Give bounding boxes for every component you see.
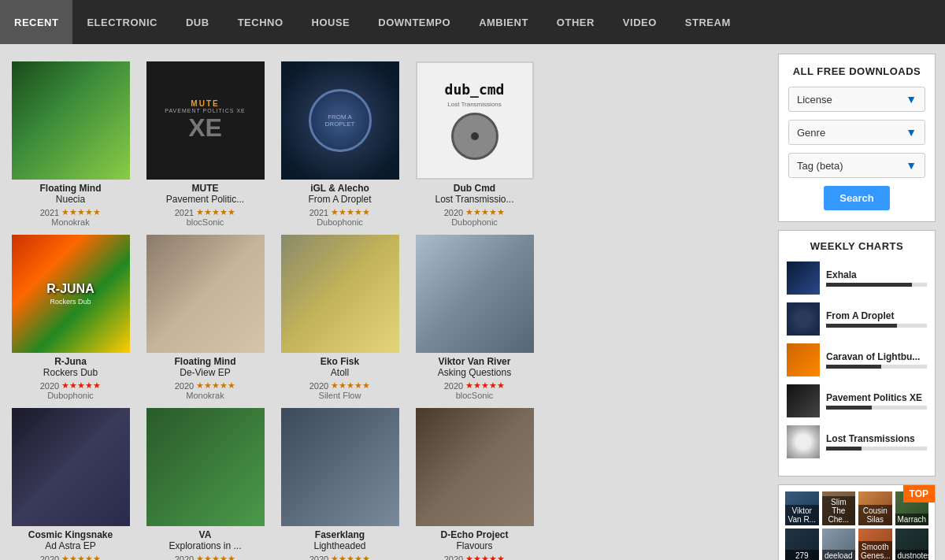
album-stars: ★★★★★ xyxy=(465,206,505,217)
album-info: Floating MindNuecia2021★★★★★Monokrak xyxy=(12,183,130,227)
artist-label: deeload xyxy=(822,550,856,560)
album-info: Eko FiskAtoll2020★★★★★Silent Flow xyxy=(281,356,399,400)
album-item[interactable]: Viktor Van RiverAsking Questions2020★★★★… xyxy=(413,235,536,400)
album-cover xyxy=(12,408,130,526)
album-label: Dubophonic xyxy=(12,391,130,400)
album-meta: 2020★★★★★ xyxy=(416,553,534,560)
album-cover xyxy=(281,235,399,353)
album-stars: ★★★★★ xyxy=(196,553,235,560)
album-meta: 2021★★★★★ xyxy=(281,206,399,217)
chart-thumb xyxy=(787,384,820,417)
album-label: blocSonic xyxy=(146,217,265,227)
chart-name: Caravan of Lightbu... xyxy=(826,351,927,362)
chart-bar-bg xyxy=(826,447,927,451)
album-cover xyxy=(416,408,534,526)
album-meta: 2021★★★★★ xyxy=(146,206,265,217)
chart-name: Lost Transmissions xyxy=(826,433,927,444)
album-item[interactable]: R-JUNA Rockers Dub R-JunaRockers Dub2020… xyxy=(9,235,132,400)
album-info: Dub CmdLost Transmissio...2020★★★★★Dubop… xyxy=(416,183,534,227)
license-dropdown[interactable]: License ▼ xyxy=(788,87,925,112)
album-label: blocSonic xyxy=(416,391,534,400)
album-item[interactable]: Floating MindNuecia2021★★★★★Monokrak xyxy=(9,61,132,227)
album-artist: Floating Mind xyxy=(12,183,130,194)
nav-item-stream[interactable]: STREAM xyxy=(671,0,745,44)
nav-item-house[interactable]: HOUSE xyxy=(298,0,365,44)
album-item[interactable]: Eko FiskAtoll2020★★★★★Silent Flow xyxy=(279,235,401,400)
album-title: Lightheaded xyxy=(281,540,399,551)
charts-panel: WEEKLY CHARTS ExhalaFrom A DropletCarava… xyxy=(778,230,936,477)
album-year: 2020 xyxy=(175,554,194,561)
album-title: Pavement Politic... xyxy=(146,194,265,205)
album-meta: 2020★★★★★ xyxy=(281,553,399,560)
artist-thumb[interactable]: Slim The Che... xyxy=(822,491,856,525)
tag-arrow-icon: ▼ xyxy=(906,159,917,172)
album-artist: VA xyxy=(146,529,265,540)
chart-info: From A Droplet xyxy=(826,310,927,328)
album-stars: ★★★★★ xyxy=(465,380,505,391)
album-year: 2020 xyxy=(444,554,463,561)
artist-thumb[interactable]: 279 xyxy=(785,528,819,561)
tag-dropdown[interactable]: Tag (beta) ▼ xyxy=(788,153,925,178)
artist-thumb[interactable]: deeload xyxy=(822,528,856,561)
chart-bar-bg xyxy=(826,406,927,410)
album-item[interactable]: dub_cmd Lost Transmissions Dub CmdLost T… xyxy=(413,61,536,227)
nav-item-downtempo[interactable]: DOWNTEMPO xyxy=(364,0,465,44)
album-cover: FROM ADROPLET xyxy=(281,61,399,180)
chart-item[interactable]: Caravan of Lightbu... xyxy=(787,343,927,376)
album-title: Rockers Dub xyxy=(12,367,130,378)
nav-item-techno[interactable]: TECHNO xyxy=(224,0,298,44)
artist-thumb[interactable]: Viktor Van R... xyxy=(785,491,819,525)
artist-thumb[interactable]: Smooth Genes... xyxy=(858,528,892,561)
artist-thumb[interactable]: Cousin Silas xyxy=(858,491,892,525)
search-button[interactable]: Search xyxy=(824,186,889,210)
album-item[interactable]: Floating MindDe-View EP2020★★★★★Monokrak xyxy=(144,235,266,400)
artist-thumb[interactable]: dustnotes xyxy=(895,528,929,561)
nav-item-other[interactable]: OTHER xyxy=(543,0,609,44)
album-label: Dubophonic xyxy=(281,217,399,227)
album-item[interactable]: VAExplorations in ...2020★★★★★Dubophonic xyxy=(144,408,266,560)
album-meta: 2020★★★★★ xyxy=(12,553,130,560)
license-label: License xyxy=(797,94,832,106)
nav-item-ambient[interactable]: AMBIENT xyxy=(465,0,543,44)
album-item[interactable]: Cosmic KingsnakeAd Astra EP2020★★★★★digi… xyxy=(9,408,132,560)
chart-bar-bg xyxy=(826,324,927,328)
album-info: R-JunaRockers Dub2020★★★★★Dubophonic xyxy=(12,356,130,400)
album-year: 2021 xyxy=(40,208,59,217)
chart-item[interactable]: Pavement Politics XE xyxy=(787,384,927,417)
chart-bar-bg xyxy=(826,283,927,287)
album-title: Nuecia xyxy=(12,194,130,205)
album-item[interactable]: MUTE PAVEMENT POLITICS XE XE MUTEPavemen… xyxy=(144,61,266,227)
artist-label: 279 xyxy=(785,550,819,560)
album-meta: 2020★★★★★ xyxy=(12,380,130,391)
downloads-title: ALL FREE DOWNLOADS xyxy=(788,65,925,77)
chart-item[interactable]: Lost Transmissions xyxy=(787,425,927,458)
chart-bar xyxy=(826,324,897,328)
chart-info: Lost Transmissions xyxy=(826,433,927,451)
album-cover xyxy=(12,61,130,180)
album-meta: 2020★★★★★ xyxy=(281,380,399,391)
album-info: Floating MindDe-View EP2020★★★★★Monokrak xyxy=(146,356,265,400)
nav-item-video[interactable]: VIDEO xyxy=(609,0,671,44)
album-item[interactable]: FaserklangLightheaded2020★★★★★CYAN xyxy=(279,408,401,560)
chart-info: Exhala xyxy=(826,269,927,287)
album-title: From A Droplet xyxy=(281,194,399,205)
album-artist: Dub Cmd xyxy=(416,183,534,194)
album-stars: ★★★★★ xyxy=(465,553,505,560)
album-info: MUTEPavement Politic...2021★★★★★blocSoni… xyxy=(146,183,265,227)
nav-item-recent[interactable]: RECENT xyxy=(0,0,72,44)
genre-dropdown[interactable]: Genre ▼ xyxy=(788,120,925,145)
chart-item[interactable]: Exhala xyxy=(787,261,927,295)
chart-item[interactable]: From A Droplet xyxy=(787,302,927,336)
charts-title: WEEKLY CHARTS xyxy=(787,240,927,252)
nav-item-electronic[interactable]: ELECTRONIC xyxy=(72,0,172,44)
album-artist: R-Juna xyxy=(12,356,130,367)
albums-grid: Floating MindNuecia2021★★★★★Monokrak MUT… xyxy=(9,54,769,560)
album-cover xyxy=(281,408,399,526)
nav-item-dub[interactable]: DUB xyxy=(172,0,224,44)
album-item[interactable]: D-Echo ProjectFlavours2020★★★★★CYAN xyxy=(413,408,536,560)
chart-thumb xyxy=(787,261,820,295)
genre-label: Genre xyxy=(797,127,825,139)
album-item[interactable]: FROM ADROPLET iGL & AlechoFrom A Droplet… xyxy=(279,61,401,227)
album-stars: ★★★★★ xyxy=(331,206,370,217)
chart-name: From A Droplet xyxy=(826,310,927,321)
